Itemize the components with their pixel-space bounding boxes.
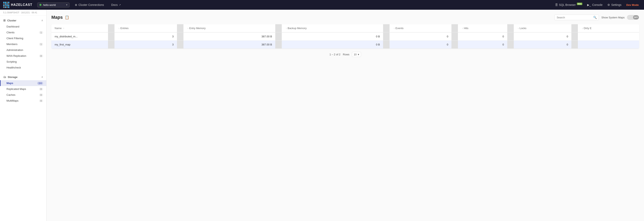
sidebar-item-clients[interactable]: Clients 1 [0, 29, 46, 35]
col-header-events[interactable]: ↑ Events [390, 24, 452, 32]
cluster-section-header[interactable]: ⊞ Cluster ∧ [0, 17, 46, 24]
col-header-entry-memory[interactable]: ↑ Entry Memory [184, 24, 275, 32]
sidebar-item-healthcheck[interactable]: Healthcheck [0, 65, 46, 70]
table-row[interactable]: my_distributed_m... 3 387.00 B 0 B 0 0 0 [51, 32, 639, 41]
settings-button[interactable]: ⚙ Settings [605, 2, 624, 8]
multimaps-badge: 0 [39, 99, 43, 102]
sort-hits-icon: ↑ [462, 27, 463, 29]
row2-sep-6 [507, 41, 514, 49]
cluster-connections-label: Cluster Connections [78, 3, 104, 6]
settings-label: Settings [611, 3, 622, 6]
sort-locks-icon: ↑ [518, 27, 519, 29]
external-link-icon: ↗ [119, 4, 121, 6]
wan-badge: 0 [39, 54, 43, 57]
console-icon: ▶_ [587, 3, 591, 6]
cell-locks-0: 0 [514, 32, 572, 41]
docs-label: Docs [111, 3, 118, 6]
col-separator-2 [177, 24, 184, 32]
col-header-dirty-e[interactable]: ↑ Dirty E [578, 24, 639, 32]
page-copy-icon: 📋 [65, 15, 69, 19]
sidebar-item-wan-replication[interactable]: WAN Replication 0 [0, 53, 46, 59]
cell-entry-memory-1: 387.00 B [184, 41, 275, 49]
row2-sep-2 [177, 41, 184, 49]
row-sep-6 [507, 32, 514, 41]
sort-backup-memory-icon: ↑ [286, 27, 287, 29]
toggle-knob: OFF [633, 15, 639, 19]
storage-section-header[interactable]: 🗂 Storage ∧ [0, 74, 46, 80]
rows-per-page-select[interactable]: 10 ▾ [352, 52, 361, 57]
cluster-section-label: Cluster [7, 19, 16, 22]
col-header-entries[interactable]: ↑ Entries [114, 24, 177, 32]
page-header: Maps 📋 🔍 Show System Maps OFF [51, 14, 639, 20]
cell-name-1: my_first_map [51, 41, 108, 49]
sidebar-item-maps[interactable]: Maps 2/4 [0, 80, 46, 86]
pagination-range: 1 – 2 of 2 [330, 53, 340, 56]
row-sep-1 [108, 32, 114, 41]
rows-label: Rows [343, 53, 350, 56]
show-system-maps-toggle[interactable]: OFF [627, 15, 639, 20]
cell-events-0: 0 [390, 32, 452, 41]
maps-table-container: Name ↑ ↑ Entries ↑ Entry Memory [51, 24, 639, 49]
version-label: 5.1-SNAPSHOT · 16/12/21 · 06:41 [0, 10, 46, 15]
cell-hits-0: 0 [458, 32, 507, 41]
cluster-selector[interactable]: hello-world ▾ [37, 2, 70, 7]
col-header-hits[interactable]: ↑ Hits [458, 24, 507, 32]
sidebar-item-multimaps[interactable]: MultiMaps 0 [0, 98, 46, 104]
cluster-connections-button[interactable]: ⊕ Cluster Connections [73, 2, 106, 8]
sidebar-item-scripting[interactable]: Scripting [0, 59, 46, 65]
sort-dirty-e-icon: ↑ [582, 27, 583, 29]
storage-section: 🗂 Storage ∧ Maps 2/4 Replicated Maps 0 C… [0, 72, 46, 105]
col-separator-7 [572, 24, 578, 32]
cluster-name: hello-world [43, 3, 64, 6]
col-header-name[interactable]: Name ↑ [51, 24, 108, 32]
sidebar-item-administration[interactable]: Administration [0, 47, 46, 53]
main-layout: 5.1-SNAPSHOT · 16/12/21 · 06:41 ⊞ Cluste… [0, 10, 644, 221]
storage-chevron-icon: ∧ [41, 76, 43, 78]
docs-button[interactable]: Docs ↗ [109, 2, 123, 8]
row-sep-2 [177, 32, 184, 41]
page-title: Maps [51, 15, 63, 20]
rows-per-page-value: 10 [354, 53, 356, 56]
header-controls: 🔍 Show System Maps OFF [554, 14, 639, 20]
cell-events-1: 0 [390, 41, 452, 49]
row-sep-7 [572, 32, 578, 41]
cluster-chevron-icon: ∧ [41, 19, 43, 22]
gear-icon: ⚙ [608, 3, 610, 6]
col-separator-6 [507, 24, 514, 32]
col-header-backup-memory[interactable]: ↑ Backup Memory [282, 24, 383, 32]
replicated-maps-badge: 0 [39, 88, 43, 90]
search-input[interactable] [556, 16, 592, 19]
col-header-locks[interactable]: ↑ Locks [514, 24, 572, 32]
sql-browser-button[interactable]: 🗄 SQL Browser New [553, 1, 584, 8]
dev-mode-button[interactable]: Dev Mode [624, 2, 641, 8]
row2-sep-5 [452, 41, 458, 49]
cell-entry-memory-0: 387.00 B [184, 32, 275, 41]
maps-table: Name ↑ ↑ Entries ↑ Entry Memory [51, 24, 639, 49]
sidebar-item-replicated-maps[interactable]: Replicated Maps 0 [0, 86, 46, 92]
cell-locks-1: 0 [514, 41, 572, 49]
sidebar-item-client-filtering[interactable]: Client Filtering [0, 35, 46, 41]
show-system-maps-label: Show System Maps [601, 16, 624, 19]
topnav-right: 🗄 SQL Browser New ▶_ Console ⚙ Settings … [553, 1, 641, 8]
row2-sep-3 [275, 41, 282, 49]
sort-events-icon: ↑ [394, 27, 395, 29]
sort-entries-icon: ↑ [118, 27, 120, 29]
row2-sep-1 [108, 41, 114, 49]
storage-section-label: Storage [8, 76, 18, 79]
sql-new-badge: New [577, 3, 582, 5]
sort-entry-memory-icon: ↑ [188, 27, 189, 29]
sidebar-item-caches[interactable]: Caches 0 [0, 92, 46, 98]
col-separator-4 [383, 24, 390, 32]
search-box: 🔍 [554, 14, 599, 20]
caches-badge: 0 [39, 94, 43, 96]
sidebar-item-members[interactable]: Members 1 [0, 41, 46, 47]
console-button[interactable]: ▶_ Console [585, 2, 604, 8]
cluster-section: ⊞ Cluster ∧ Dashboard Clients 1 Client F… [0, 15, 46, 72]
row2-sep-7 [572, 41, 578, 49]
sidebar-item-dashboard[interactable]: Dashboard [0, 24, 46, 29]
console-label: Console [592, 3, 602, 6]
dev-mode-label: Dev Mode [626, 3, 639, 6]
table-row[interactable]: my_first_map 3 387.00 B 0 B 0 0 0 [51, 41, 639, 49]
cluster-status-dot [40, 4, 42, 6]
rows-select-chevron-icon: ▾ [358, 53, 359, 56]
